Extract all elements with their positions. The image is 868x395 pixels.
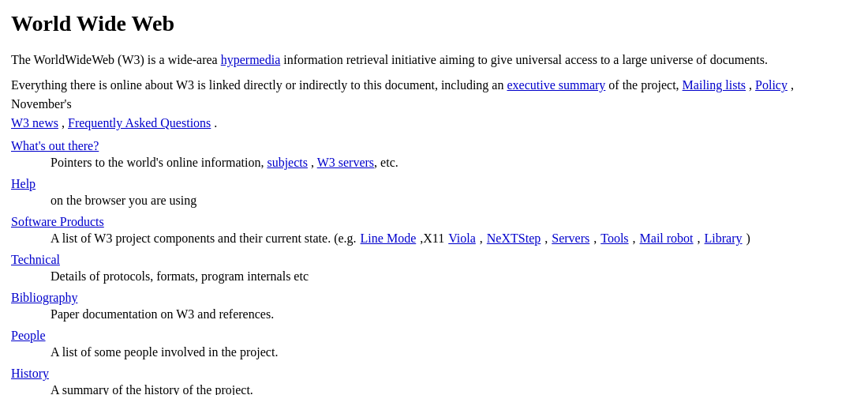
tools-link[interactable]: Tools [600, 231, 628, 245]
intro1-rest: information retrieval initiative aiming … [280, 53, 768, 66]
viola-link[interactable]: Viola [448, 231, 476, 245]
people-desc: A list of some people involved in the pr… [51, 343, 857, 362]
technical-desc: Details of protocols, formats, program i… [51, 267, 857, 286]
section-whats-out-there: What's out there? Pointers to the world'… [11, 139, 857, 172]
history-desc: A summary of the history of the project. [51, 381, 857, 395]
page-title: World Wide Web [11, 11, 857, 36]
help-link[interactable]: Help [11, 177, 857, 191]
section-history: History A summary of the history of the … [11, 367, 857, 395]
library-link[interactable]: Library [705, 231, 743, 245]
software-products-link[interactable]: Software Products [11, 215, 857, 229]
bibliography-link[interactable]: Bibliography [11, 291, 857, 305]
section-technical: Technical Details of protocols, formats,… [11, 253, 857, 286]
technical-link[interactable]: Technical [11, 253, 857, 267]
whats-out-there-link[interactable]: What's out there? [11, 139, 857, 153]
mailing-lists-link[interactable]: Mailing lists [683, 78, 746, 92]
line-mode-link[interactable]: Line Mode [361, 231, 417, 245]
intro-paragraph-1: The WorldWideWeb (W3) is a wide-area hyp… [11, 51, 857, 70]
sections-list: What's out there? Pointers to the world'… [11, 139, 857, 395]
w3-servers-link[interactable]: W3 servers [317, 156, 374, 169]
section-help: Help on the browser you are using [11, 177, 857, 210]
intro-paragraph-2: Everything there is online about W3 is l… [11, 76, 857, 133]
help-desc: on the browser you are using [51, 191, 857, 210]
section-people: People A list of some people involved in… [11, 329, 857, 362]
mail-robot-link[interactable]: Mail robot [640, 231, 694, 245]
subjects-link[interactable]: subjects [267, 156, 308, 169]
history-link[interactable]: History [11, 367, 857, 381]
w3-news-link[interactable]: W3 news [11, 116, 58, 130]
faq-link[interactable]: Frequently Asked Questions [68, 116, 211, 130]
whats-out-there-desc: Pointers to the world's online informati… [51, 153, 857, 172]
bibliography-desc: Paper documentation on W3 and references… [51, 305, 857, 324]
nextStep-link[interactable]: NeXTStep [487, 231, 541, 245]
executive-summary-link[interactable]: executive summary [507, 78, 605, 92]
hypermedia-link[interactable]: hypermedia [221, 53, 281, 66]
section-software-products: Software Products A list of W3 project c… [11, 215, 857, 248]
servers-link[interactable]: Servers [552, 231, 589, 245]
section-bibliography: Bibliography Paper documentation on W3 a… [11, 291, 857, 324]
policy-link[interactable]: Policy [755, 78, 788, 92]
intro1-text: The WorldWideWeb (W3) is a wide-area [11, 53, 221, 66]
people-link[interactable]: People [11, 329, 857, 343]
software-products-desc: A list of W3 project components and thei… [51, 229, 857, 248]
